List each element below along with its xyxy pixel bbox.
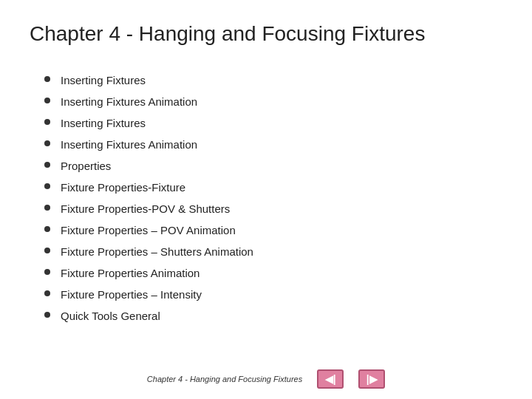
- list-item: Quick Tools General: [44, 308, 502, 324]
- bullet-text: Fixture Properties-POV & Shutters: [61, 201, 230, 216]
- bullet-dot-icon: [44, 290, 50, 296]
- bullet-text: Quick Tools General: [61, 308, 160, 324]
- list-item: Inserting Fixtures Animation: [44, 94, 502, 109]
- bullet-dot-icon: [44, 119, 50, 125]
- footer: Chapter 4 - Hanging and Focusing Fixture…: [0, 369, 532, 389]
- list-item: Fixture Properties-Fixture: [44, 180, 502, 195]
- list-item: Fixture Properties-POV & Shutters: [44, 201, 502, 216]
- next-button[interactable]: |▶: [358, 369, 385, 389]
- bullet-text: Fixture Properties – POV Animation: [61, 222, 236, 238]
- list-item: Properties: [44, 158, 502, 174]
- footer-title: Chapter 4 - Hanging and Focusing Fixture…: [147, 375, 302, 383]
- bullet-dot-icon: [44, 226, 50, 232]
- bullet-list: Inserting FixturesInserting Fixtures Ani…: [44, 72, 502, 324]
- bullet-dot-icon: [44, 140, 50, 146]
- list-item: Fixture Properties – POV Animation: [44, 222, 502, 238]
- list-item: Inserting Fixtures: [44, 72, 502, 88]
- bullet-text: Fixture Properties Animation: [61, 265, 200, 281]
- prev-button[interactable]: ◀|: [317, 369, 344, 389]
- list-item: Fixture Properties Animation: [44, 265, 502, 281]
- list-item: Fixture Properties – Intensity: [44, 287, 502, 302]
- bullet-dot-icon: [44, 183, 50, 189]
- bullet-text: Inserting Fixtures: [61, 72, 146, 88]
- bullet-dot-icon: [44, 162, 50, 168]
- list-item: Fixture Properties – Shutters Animation: [44, 244, 502, 259]
- bullet-dot-icon: [44, 205, 50, 211]
- slide: Chapter 4 - Hanging and Focusing Fixture…: [0, 0, 532, 399]
- list-item: Inserting Fixtures Animation: [44, 137, 502, 152]
- slide-title: Chapter 4 - Hanging and Focusing Fixture…: [30, 22, 502, 52]
- bullet-dot-icon: [44, 98, 50, 103]
- bullet-dot-icon: [44, 269, 50, 275]
- bullet-text: Inserting Fixtures Animation: [61, 94, 197, 109]
- bullet-dot-icon: [44, 312, 50, 318]
- bullet-text: Inserting Fixtures: [61, 115, 146, 131]
- bullet-text: Properties: [61, 158, 111, 174]
- bullet-text: Fixture Properties-Fixture: [61, 180, 185, 195]
- bullet-text: Inserting Fixtures Animation: [61, 137, 197, 152]
- bullet-text: Fixture Properties – Shutters Animation: [61, 244, 253, 259]
- list-item: Inserting Fixtures: [44, 115, 502, 131]
- bullet-dot-icon: [44, 248, 50, 253]
- bullet-text: Fixture Properties – Intensity: [61, 287, 202, 302]
- bullet-dot-icon: [44, 76, 50, 82]
